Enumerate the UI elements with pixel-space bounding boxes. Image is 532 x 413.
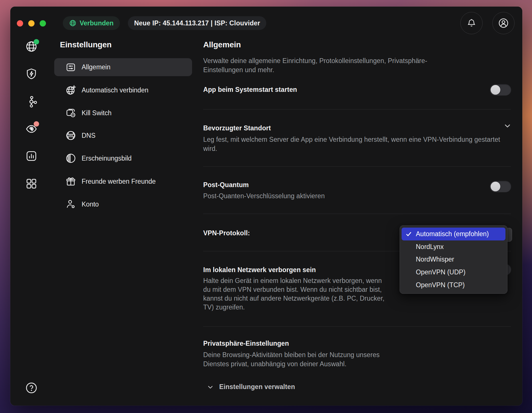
gift-icon — [65, 175, 77, 188]
page-subtitle: Verwalte deine allgemeine Einrichtung, P… — [203, 56, 466, 74]
nav-item-kill-switch[interactable]: Kill Switch — [54, 104, 192, 122]
protocol-option-openvpn-tcp[interactable]: OpenVPN (TCP) — [402, 279, 505, 291]
connection-status-label: Verbunden — [80, 19, 114, 27]
chevron-down-icon[interactable] — [503, 122, 512, 130]
nav-item-allgemein[interactable]: Allgemein — [54, 58, 192, 76]
nav-item-label: Konto — [82, 201, 99, 208]
sidebar-item-meshnet[interactable] — [25, 95, 38, 108]
nav-item-automatisch-verbinden[interactable]: Automatisch verbinden — [54, 81, 192, 99]
post-quantum-description: Post-Quanten-Verschlüsselung aktivieren — [203, 191, 325, 201]
protocol-option-nordlynx[interactable]: NordLynx — [402, 240, 505, 253]
meshnet-icon — [25, 95, 38, 108]
autostart-title: App beim Systemstart starten — [203, 86, 297, 94]
divider — [203, 326, 511, 327]
protocol-option-openvpn-udp[interactable]: OpenVPN (UDP) — [402, 266, 505, 279]
appearance-icon — [65, 152, 77, 165]
account-gear-icon — [65, 198, 77, 210]
sidebar-item-vpn[interactable] — [25, 40, 38, 53]
nav-item-erscheinungsbild[interactable]: Erscheinungsbild — [54, 149, 192, 167]
manage-settings-label: Einstellungen verwalten — [219, 383, 295, 391]
sidebar-item-statistics[interactable] — [25, 150, 38, 162]
notifications-button[interactable] — [460, 12, 483, 34]
divider — [203, 166, 511, 167]
account-menu-button[interactable] — [492, 12, 515, 34]
manage-settings-expander[interactable]: Einstellungen verwalten — [207, 383, 295, 391]
nav-item-freunde-werben[interactable]: Freunde werben Freunde — [54, 172, 192, 191]
nav-item-label: DNS — [82, 132, 96, 139]
dark-web-alert-badge — [34, 121, 39, 127]
user-avatar-icon — [498, 17, 509, 29]
bar-chart-icon — [25, 150, 38, 162]
autostart-toggle[interactable] — [490, 84, 511, 96]
question-mark-icon — [25, 382, 38, 394]
checkmark-icon — [405, 231, 412, 238]
svg-text:DNS: DNS — [68, 134, 73, 137]
chevron-down-icon — [207, 383, 214, 391]
local-network-description: Halte dein Gerät in einem lokalen Netzwe… — [203, 276, 386, 312]
ip-info-pill: Neue IP: 45.144.113.217 | ISP: Clouvider — [128, 16, 266, 30]
settings-nav-title: Einstellungen — [60, 40, 112, 49]
vpn-protocol-label: VPN-Protokoll: — [203, 229, 250, 237]
nav-item-label: Freunde werben Freunde — [82, 178, 156, 185]
dns-globe-icon: DNS — [65, 129, 77, 142]
protocol-option-nordwhisper[interactable]: NordWhisper — [402, 253, 505, 266]
bell-icon — [466, 18, 477, 28]
post-quantum-toggle[interactable] — [490, 181, 511, 192]
globe-connected-icon — [69, 19, 76, 27]
nav-item-label: Erscheinungsbild — [82, 155, 132, 162]
zoom-window-button[interactable] — [40, 20, 46, 27]
divider — [203, 109, 511, 110]
sidebar-item-apps[interactable] — [25, 177, 38, 190]
privacy-description: Deine Browsing-Aktivitäten bleiben bei d… — [203, 350, 403, 369]
preferred-location-title: Bevorzugter Standort — [203, 124, 271, 132]
nav-item-label: Kill Switch — [82, 109, 112, 117]
nav-item-label: Automatisch verbinden — [82, 86, 148, 94]
privacy-title: Privatsphäre-Einstellungen — [203, 340, 289, 347]
nav-item-dns[interactable]: DNS DNS — [54, 126, 192, 145]
divider — [203, 214, 511, 214]
local-network-title: Im lokalen Netzwerk verborgen sein — [203, 266, 316, 274]
post-quantum-title: Post-Quantum — [203, 181, 249, 189]
vpn-connected-badge — [34, 39, 39, 44]
sidebar-item-threat-protection[interactable] — [25, 68, 38, 80]
ip-info-text: Neue IP: 45.144.113.217 | ISP: Clouvider — [134, 19, 260, 27]
minimize-window-button[interactable] — [28, 20, 35, 27]
sidebar-item-dark-web-monitor[interactable] — [25, 122, 38, 135]
nav-item-konto[interactable]: Konto — [54, 195, 192, 213]
preferred-location-description: Leg fest, mit welchem Server die App ein… — [203, 135, 503, 153]
page-title: Allgemein — [203, 40, 241, 49]
kill-switch-icon — [65, 107, 77, 119]
shield-lightning-icon — [25, 68, 38, 80]
app-window: Verbunden Neue IP: 45.144.113.217 | ISP:… — [10, 7, 522, 406]
connection-status-badge: Verbunden — [63, 16, 120, 30]
sliders-icon — [65, 61, 77, 74]
vpn-protocol-dropdown: Automatisch (empfohlen) NordLynx NordWhi… — [400, 225, 507, 294]
globe-sparkle-icon — [65, 84, 77, 96]
close-window-button[interactable] — [17, 20, 23, 27]
help-button[interactable] — [25, 382, 38, 394]
apps-grid-icon — [25, 177, 38, 190]
nav-item-label: Allgemein — [82, 63, 110, 71]
protocol-option-automatisch[interactable]: Automatisch (empfohlen) — [402, 228, 505, 240]
